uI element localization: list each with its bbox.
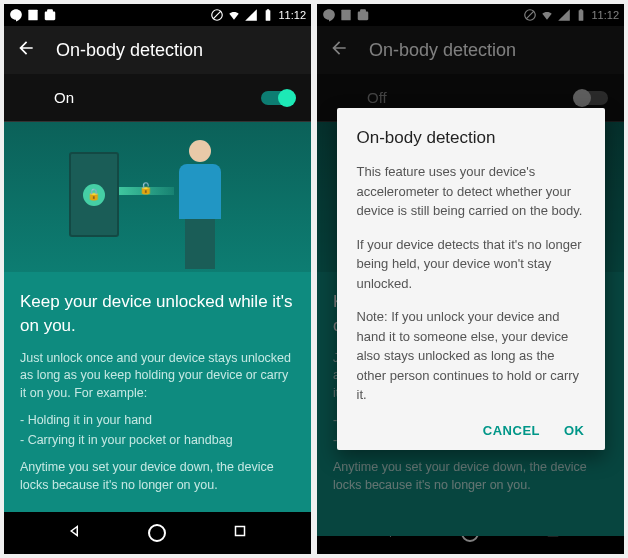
svg-line-2 (213, 11, 221, 19)
toggle-row[interactable]: On (4, 74, 311, 122)
no-sim-icon (210, 8, 224, 22)
toggle-switch[interactable] (261, 91, 295, 105)
phone-right: 11:12 On-body detection Off 🔒 Keep your … (317, 4, 624, 554)
content-bullet-2: - Carrying it in your pocket or handbag (20, 432, 295, 450)
content-heading: Keep your device unlocked while it's on … (20, 290, 295, 338)
svg-rect-3 (235, 527, 244, 536)
hangouts-icon (9, 8, 23, 22)
ok-button[interactable]: OK (564, 423, 585, 438)
lock-icon: 🔒 (83, 184, 105, 206)
dialog-p2: If your device detects that it's no long… (357, 235, 585, 294)
dialog-overlay: On-body detection This feature uses your… (317, 4, 624, 554)
nav-home-icon[interactable] (148, 524, 166, 542)
battery-icon (261, 8, 275, 22)
status-bar: 11:12 (4, 4, 311, 26)
status-time: 11:12 (278, 9, 306, 21)
lock-open-icon: 🔓 (139, 182, 153, 195)
dialog: On-body detection This feature uses your… (337, 108, 605, 450)
page-title: On-body detection (56, 40, 203, 61)
wifi-icon (227, 8, 241, 22)
back-icon[interactable] (16, 38, 36, 62)
content-p1: Just unlock once and your device stays u… (20, 350, 295, 403)
toggle-label: On (54, 89, 74, 106)
nav-back-icon[interactable] (66, 522, 84, 544)
svg-rect-0 (28, 10, 37, 21)
phone-left: 11:12 On-body detection On 🔒 🔓 Keep your… (4, 4, 311, 554)
signal-icon (244, 8, 258, 22)
cancel-button[interactable]: CANCEL (483, 423, 540, 438)
illustration: 🔒 🔓 (4, 122, 311, 272)
dialog-p1: This feature uses your device's accelero… (357, 162, 585, 221)
illus-phone-icon: 🔒 (69, 152, 119, 237)
save-icon (26, 8, 40, 22)
app-bar: On-body detection (4, 26, 311, 74)
dialog-p3: Note: If you unlock your device and hand… (357, 307, 585, 405)
illus-person-icon (179, 140, 221, 269)
content-p2: Anytime you set your device down, the de… (20, 459, 295, 494)
nav-recent-icon[interactable] (231, 522, 249, 544)
content-area: Keep your device unlocked while it's on … (4, 272, 311, 536)
shop-icon (43, 8, 57, 22)
content-bullet-1: - Holding it in your hand (20, 412, 295, 430)
nav-bar (4, 512, 311, 554)
dialog-title: On-body detection (357, 128, 585, 148)
